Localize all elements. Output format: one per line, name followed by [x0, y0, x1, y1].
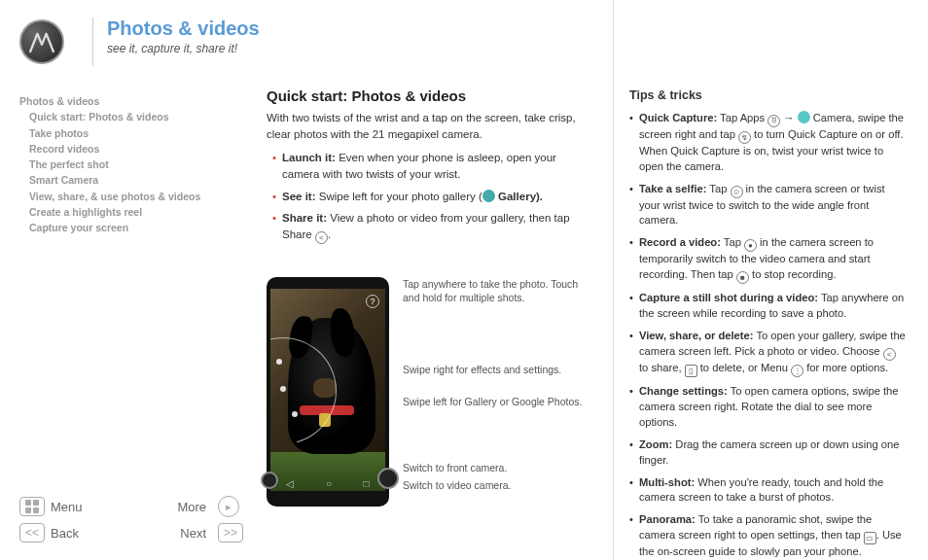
- share-icon: [315, 231, 328, 244]
- arc-option-icon[interactable]: [276, 359, 282, 365]
- toc-item[interactable]: View, share, & use photos & videos: [19, 189, 253, 204]
- arc-option-icon[interactable]: [280, 386, 286, 392]
- motorola-logo-icon: [19, 19, 64, 64]
- arc-option-icon[interactable]: [292, 411, 298, 417]
- toc-item[interactable]: Capture your screen: [19, 220, 253, 235]
- nav-back-icon[interactable]: ◁: [286, 478, 294, 489]
- tip-still-during-video: Capture a still shot during a video: Tap…: [629, 291, 907, 322]
- back-label[interactable]: Back: [51, 526, 125, 541]
- toc-item[interactable]: The perfect shot: [19, 157, 253, 172]
- menu-label[interactable]: Menu: [51, 500, 125, 514]
- tips-list: Quick Capture: Tap Apps → Camera, swipe …: [629, 111, 907, 560]
- next-icon[interactable]: >>: [218, 523, 243, 542]
- callout-front-cam: Switch to front camera.: [403, 461, 595, 474]
- record-icon: [744, 239, 757, 252]
- bullet-share: Share it: View a photo or video from you…: [272, 210, 595, 244]
- nav-recent-icon[interactable]: □: [364, 478, 370, 489]
- section-heading: Quick start: Photos & videos: [267, 88, 595, 104]
- bullet-launch: Launch it: Even when your phone is aslee…: [272, 150, 595, 182]
- share-icon: [883, 348, 896, 361]
- callout-tap: Tap anywhere to take the photo. Touch an…: [403, 277, 595, 304]
- gallery-icon: [482, 190, 495, 202]
- callout-swipe-left: Swipe left for Gallery or Google Photos.: [403, 395, 595, 408]
- tip-view-share-delete: View, share, or delete: To open your gal…: [629, 329, 907, 377]
- section-intro: With two twists of the wrist and a tap o…: [267, 110, 595, 142]
- front-camera-button[interactable]: [261, 472, 278, 489]
- selfie-icon: [731, 186, 743, 198]
- toc-item[interactable]: Create a highlights reel: [19, 204, 253, 220]
- toc-section[interactable]: Photos & videos: [19, 93, 253, 109]
- menu-icon[interactable]: [19, 497, 45, 516]
- more-label[interactable]: More: [137, 500, 212, 514]
- footer-nav: Menu More ▸ << Back Next >>: [19, 496, 243, 542]
- tip-panorama: Panorama: To take a panoramic shot, swip…: [629, 512, 907, 560]
- trash-icon: [685, 365, 697, 377]
- toc-item[interactable]: Record videos: [19, 141, 253, 157]
- table-of-contents: Photos & videos Quick start: Photos & vi…: [19, 93, 253, 235]
- more-icon[interactable]: ▸: [218, 496, 239, 517]
- phone-mockup: ? ◁ ○ □: [267, 277, 389, 507]
- toc-item[interactable]: Quick start: Photos & videos: [19, 109, 253, 124]
- panorama-icon: [864, 532, 876, 544]
- tip-multishot: Multi-shot: When you're ready, touch and…: [629, 475, 907, 507]
- back-icon[interactable]: <<: [19, 523, 45, 542]
- bullet-see: See it: Swipe left for your photo galler…: [272, 189, 595, 205]
- nav-home-icon[interactable]: ○: [326, 478, 332, 489]
- tip-quick-capture: Quick Capture: Tap Apps → Camera, swipe …: [629, 111, 907, 175]
- toc-item[interactable]: Take photos: [19, 125, 253, 141]
- tip-selfie: Take a selfie: Tap in the camera screen …: [629, 182, 907, 229]
- toc-item[interactable]: Smart Camera: [19, 172, 253, 188]
- camera-icon: [798, 111, 810, 123]
- tip-record: Record a video: Tap in the camera screen…: [629, 235, 907, 284]
- tip-zoom: Zoom: Drag the camera screen up or down …: [629, 438, 907, 469]
- camera-viewfinder: ? ◁ ○ □: [270, 289, 385, 491]
- tip-change-settings: Change settings: To open camera options,…: [629, 384, 907, 431]
- apps-icon: [767, 115, 780, 127]
- video-camera-button[interactable]: [377, 468, 399, 489]
- callout-video-cam: Switch to video camera.: [403, 478, 595, 492]
- callout-swipe-right: Swipe right for effects and settings.: [403, 363, 595, 376]
- help-icon[interactable]: ?: [366, 295, 379, 308]
- menu-dots-icon: [791, 365, 803, 377]
- stop-icon: [736, 271, 749, 284]
- tips-heading: Tips & tricks: [629, 88, 907, 105]
- next-label[interactable]: Next: [137, 526, 212, 541]
- quick-capture-icon: [738, 131, 751, 144]
